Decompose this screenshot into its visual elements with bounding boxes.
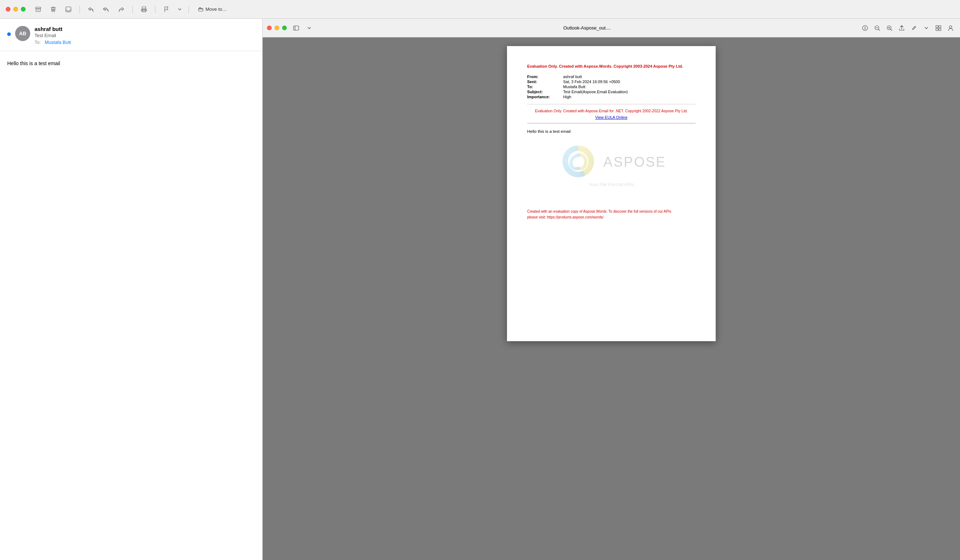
email-panel: AB ashraf butt Test Email To: Mustafa Bu…: [0, 19, 263, 560]
mail-toolbar: Move to…: [0, 0, 960, 19]
reply-all-button[interactable]: [101, 4, 112, 14]
pdf-sent-label: Sent:: [527, 80, 563, 84]
inbox-button[interactable]: [63, 4, 74, 14]
pdf-eula-link[interactable]: View EULA Online: [527, 115, 696, 120]
view-chevron-icon: [308, 27, 311, 29]
pdf-share-button[interactable]: [897, 23, 907, 33]
sidebar-toggle-icon: [293, 26, 299, 30]
pdf-divider-1: [527, 104, 696, 104]
separator-3: [155, 6, 155, 13]
pdf-body-text: Hello this is a test email: [527, 129, 696, 133]
main-content: AB ashraf butt Test Email To: Mustafa Bu…: [0, 19, 960, 560]
to-recipient: Mustafa Butt: [45, 40, 71, 45]
separator-4: [189, 6, 189, 13]
pdf-sidebar-toggle[interactable]: [291, 23, 301, 33]
pdf-hr-full: [527, 123, 696, 123]
pdf-eval-footer: Created with an evaluation copy of Aspos…: [527, 209, 696, 220]
pdf-toolbar-right: [860, 23, 956, 33]
svg-rect-0: [36, 7, 41, 9]
move-to-icon: [198, 7, 203, 11]
pdf-sent-value: Sat, 3 Feb 2024 16:09:56 +0500: [563, 80, 620, 84]
maximize-button[interactable]: [21, 7, 26, 11]
archive-button[interactable]: [33, 4, 43, 14]
flag-button[interactable]: [161, 4, 172, 14]
svg-rect-24: [936, 29, 938, 30]
inbox-icon: [66, 6, 71, 12]
pdf-importance-label: Importance:: [527, 94, 563, 99]
aspose-logo-row: ASPOSE: [557, 144, 666, 180]
pdf-close-button[interactable]: [267, 26, 272, 30]
reply-all-icon: [103, 7, 109, 12]
email-to-line: To: Mustafa Butt: [35, 40, 255, 45]
pdf-subject-label: Subject:: [527, 90, 563, 94]
info-icon: [862, 25, 868, 31]
trash-icon: [51, 6, 56, 12]
pdf-field-importance: Importance: High: [527, 94, 696, 99]
pdf-info-button[interactable]: [860, 23, 870, 33]
zoom-in-icon: [886, 25, 892, 31]
pdf-add-page-button[interactable]: [933, 23, 944, 33]
annotate-icon: [911, 26, 917, 30]
pdf-eval-middle: Evaluation Only. Created with Aspose.Ema…: [527, 109, 696, 113]
pdf-minimize-button[interactable]: [275, 26, 279, 30]
email-header: AB ashraf butt Test Email To: Mustafa Bu…: [0, 19, 262, 51]
forward-button[interactable]: [116, 4, 126, 14]
to-label: To:: [35, 40, 41, 45]
pdf-zoom-out-button[interactable]: [872, 23, 882, 33]
pdf-field-sent: Sent: Sat, 3 Feb 2024 16:09:56 +0500: [527, 80, 696, 84]
separator-1: [80, 6, 80, 13]
pdf-eval-footer-line2: please visit: https://products.aspose.co…: [527, 215, 603, 219]
close-button[interactable]: [6, 7, 10, 11]
aspose-wordmark: ASPOSE: [603, 154, 666, 170]
flag-icon: [164, 6, 169, 12]
pdf-importance-value: High: [563, 94, 571, 99]
pdf-field-subject: Subject: Test Email(Aspose.Email Evaluat…: [527, 90, 696, 94]
minimize-button[interactable]: [13, 7, 18, 11]
svg-rect-25: [939, 29, 941, 30]
svg-rect-7: [142, 7, 146, 9]
annotate-chevron-icon: [925, 27, 928, 29]
svg-line-17: [878, 29, 880, 30]
sender-name: ashraf butt: [35, 26, 255, 32]
email-subject: Test Email: [35, 33, 255, 38]
pdf-toolbar: Outlook-Aspose_out....: [263, 19, 960, 37]
pdf-traffic-lights: [267, 26, 287, 30]
pdf-view-chevron[interactable]: [304, 23, 314, 33]
reply-button[interactable]: [86, 4, 96, 14]
print-icon: [141, 6, 147, 12]
svg-line-21: [891, 29, 892, 30]
print-button[interactable]: [139, 4, 149, 14]
separator-2: [133, 6, 133, 13]
aspose-tagline: Your File Format APIs: [589, 182, 634, 187]
archive-icon: [35, 6, 41, 12]
trash-button[interactable]: [48, 4, 59, 14]
pdf-maximize-button[interactable]: [282, 26, 287, 30]
pdf-content-area[interactable]: Evaluation Only. Created with Aspose.Wor…: [263, 37, 960, 560]
email-meta: ashraf butt Test Email To: Mustafa Butt: [35, 26, 255, 45]
profile-icon: [948, 25, 954, 31]
pdf-viewer-container: Outlook-Aspose_out....: [263, 19, 960, 560]
pdf-profile-button[interactable]: [946, 23, 956, 33]
svg-point-26: [950, 26, 952, 28]
pdf-zoom-in-button[interactable]: [885, 23, 894, 33]
add-page-icon: [936, 25, 941, 31]
avatar: AB: [15, 26, 30, 41]
pdf-from-label: From:: [527, 75, 563, 79]
pdf-toolbar-center: Outlook-Aspose_out....: [317, 25, 857, 30]
email-body-text: Hello this is a test email: [7, 61, 60, 66]
pdf-field-from: From: ashraf butt: [527, 75, 696, 79]
move-to-button[interactable]: Move to…: [195, 4, 230, 14]
flag-chevron-button[interactable]: [176, 4, 183, 14]
pdf-annotate-button[interactable]: [909, 23, 919, 33]
forward-icon: [118, 7, 124, 12]
pdf-to-value: Mustafa Butt: [563, 85, 586, 89]
svg-rect-23: [939, 26, 941, 28]
pdf-to-label: To:: [527, 85, 563, 89]
svg-rect-10: [294, 26, 299, 30]
pdf-title: Outlook-Aspose_out....: [563, 25, 611, 30]
pdf-field-to: To: Mustafa Butt: [527, 85, 696, 89]
pdf-subject-value: Test Email(Aspose.Email Evaluation): [563, 90, 628, 94]
pdf-annotate-chevron[interactable]: [921, 23, 931, 33]
aspose-watermark: ASPOSE Your File Format APIs: [527, 148, 696, 187]
move-to-label: Move to…: [205, 6, 227, 12]
